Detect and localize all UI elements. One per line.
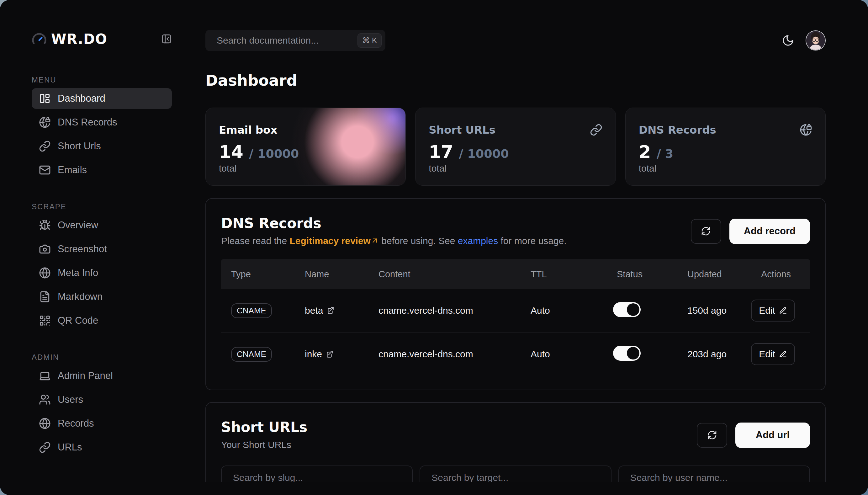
- record-type-badge: CNAME: [231, 303, 272, 318]
- short-urls-card: Short URLs Your Short URLs Add url Searc…: [205, 402, 826, 482]
- sidebar-item-admin-panel[interactable]: Admin Panel: [32, 365, 172, 386]
- column-header-type: Type: [221, 269, 295, 279]
- short-urls-title: Short URLs: [221, 419, 307, 436]
- sidebar-item-dns-records[interactable]: DNS Records: [32, 112, 172, 133]
- sidebar-item-qr-code[interactable]: QR Code: [32, 310, 172, 331]
- legitimacy-review-link[interactable]: Legitimacy review: [290, 236, 370, 246]
- short-urls-subtitle: Your Short URLs: [221, 439, 307, 451]
- sidebar-item-label: Meta Info: [58, 267, 98, 278]
- globe-icon: [39, 267, 51, 279]
- pencil-icon: [779, 350, 787, 358]
- record-ttl: Auto: [521, 349, 607, 359]
- column-header-actions: Actions: [751, 269, 811, 279]
- search-placeholder: Search documentation...: [217, 35, 358, 46]
- avatar-image: [806, 31, 825, 50]
- sidebar-section-scrape: SCRAPE: [32, 202, 172, 211]
- edit-button[interactable]: Edit: [751, 300, 795, 322]
- refresh-button[interactable]: [691, 219, 721, 244]
- link-icon: [590, 124, 602, 136]
- sidebar-item-label: Overview: [58, 220, 98, 231]
- sidebar-item-users[interactable]: Users: [32, 389, 172, 410]
- stat-caption: total: [429, 163, 602, 174]
- table-row: CNAME inke cname.vercel-dns.com Auto 203…: [221, 332, 810, 376]
- sidebar-item-meta-info[interactable]: Meta Info: [32, 262, 172, 283]
- avatar[interactable]: [805, 31, 826, 51]
- stat-value: 14: [219, 142, 243, 161]
- add-record-button[interactable]: Add record: [729, 219, 810, 244]
- page-title: Dashboard: [205, 72, 826, 88]
- users-icon: [39, 394, 51, 406]
- column-header-status: Status: [607, 269, 677, 279]
- sidebar-item-label: DNS Records: [58, 117, 117, 128]
- stat-limit: / 10000: [249, 147, 299, 160]
- search-by-user-name-input[interactable]: Search by user name...: [619, 465, 810, 482]
- app-window: WR.DO MENU Dashboard DNS Records Short U…: [0, 0, 868, 495]
- sidebar-section-menu: MENU: [32, 75, 172, 84]
- globe-icon: [39, 417, 51, 429]
- record-content: cname.vercel-dns.com: [368, 305, 521, 316]
- sidebar-item-overview[interactable]: Overview: [32, 215, 172, 236]
- subtitle-text: for more usage.: [498, 236, 566, 246]
- panel-left-close-icon[interactable]: [161, 34, 172, 44]
- stat-cards: Email box 14 / 10000 total Short URLs 17…: [205, 107, 826, 186]
- sidebar-item-markdown[interactable]: Markdown: [32, 286, 172, 307]
- sidebar-item-label: URLs: [58, 442, 82, 453]
- dns-card-subtitle: Please read the Legitimacy review before…: [221, 235, 567, 247]
- search-input[interactable]: Search documentation... ⌘ K: [205, 30, 385, 51]
- main-content: Search documentation... ⌘ K Dashboard: [185, 0, 868, 482]
- dns-table: Type Name Content TTL Status Updated Act…: [221, 259, 810, 376]
- stat-value: 2: [639, 142, 651, 161]
- stat-limit: / 10000: [459, 147, 509, 160]
- record-name: inke: [305, 349, 322, 359]
- logo: WR.DO: [32, 30, 172, 48]
- external-link-icon[interactable]: [326, 306, 334, 314]
- sidebar-item-label: Short Urls: [58, 140, 101, 152]
- sidebar-item-dashboard[interactable]: Dashboard: [32, 88, 172, 109]
- column-header-updated: Updated: [677, 269, 751, 279]
- external-link-icon[interactable]: [325, 350, 333, 358]
- refresh-icon: [707, 430, 717, 440]
- logo-text: WR.DO: [51, 31, 107, 47]
- record-type-badge: CNAME: [231, 347, 272, 362]
- status-toggle[interactable]: [613, 346, 641, 361]
- edit-label: Edit: [759, 349, 775, 359]
- stat-card-email-box: Email box 14 / 10000 total: [205, 107, 406, 186]
- camera-icon: [39, 243, 51, 255]
- refresh-button[interactable]: [697, 423, 727, 448]
- examples-link[interactable]: examples: [458, 236, 498, 246]
- topbar: Search documentation... ⌘ K: [205, 30, 826, 51]
- status-toggle[interactable]: [613, 302, 641, 317]
- add-url-button[interactable]: Add url: [735, 423, 810, 448]
- stat-card-dns-records: DNS Records 2 / 3 total: [625, 107, 826, 186]
- keyboard-shortcut-badge: ⌘ K: [358, 33, 382, 48]
- edit-button[interactable]: Edit: [751, 343, 795, 365]
- file-text-icon: [39, 291, 51, 303]
- sidebar-item-urls[interactable]: URLs: [32, 437, 172, 458]
- sidebar-item-label: Emails: [58, 164, 87, 176]
- sidebar-item-label: Markdown: [58, 291, 103, 302]
- gauge-logo-icon: [32, 31, 47, 47]
- search-by-target-input[interactable]: Search by target...: [420, 465, 611, 482]
- sidebar-item-records[interactable]: Records: [32, 413, 172, 434]
- moon-icon[interactable]: [782, 34, 794, 47]
- stat-caption: total: [219, 163, 392, 174]
- stat-title: Email box: [219, 124, 277, 136]
- stat-caption: total: [639, 163, 812, 174]
- search-by-slug-input[interactable]: Search by slug...: [221, 465, 413, 482]
- sidebar-item-label: QR Code: [58, 315, 98, 326]
- bug-icon: [39, 219, 51, 231]
- stat-limit: / 3: [657, 147, 674, 160]
- stat-value: 17: [429, 142, 453, 161]
- refresh-icon: [701, 226, 711, 236]
- link-icon: [39, 441, 51, 453]
- sidebar-item-screenshot[interactable]: Screenshot: [32, 239, 172, 259]
- layout-dashboard-icon: [39, 92, 51, 104]
- pencil-icon: [779, 306, 787, 314]
- sidebar-item-short-urls[interactable]: Short Urls: [32, 136, 172, 156]
- sidebar-item-label: Dashboard: [58, 93, 105, 104]
- stat-title: Short URLs: [429, 124, 496, 136]
- record-name: beta: [305, 305, 323, 316]
- globe-lock-icon: [39, 116, 51, 128]
- sidebar-item-label: Screenshot: [58, 243, 107, 255]
- sidebar-item-emails[interactable]: Emails: [32, 160, 172, 181]
